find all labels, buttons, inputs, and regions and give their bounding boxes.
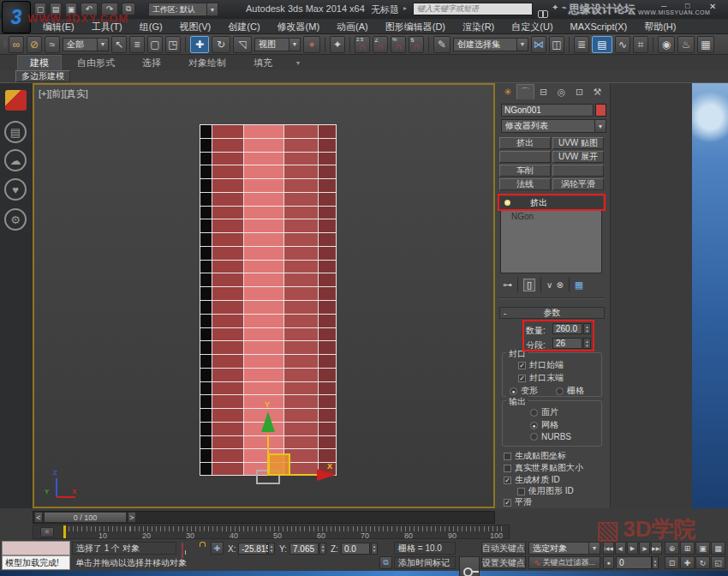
spinner-snap-icon[interactable]: ⇅∩ — [409, 36, 424, 53]
tab-selection[interactable]: 选择 — [130, 56, 173, 70]
tab-motion-icon[interactable]: ◎ — [552, 84, 570, 99]
key-filter-dropdown[interactable]: 选定对象 ▼ — [528, 542, 600, 555]
selection-filter-dropdown[interactable]: 全部 ▼ — [63, 38, 109, 51]
menu-create[interactable]: 创建(C) — [219, 19, 268, 34]
gizmo-y-arrow[interactable] — [261, 411, 275, 432]
add-time-tag[interactable]: 添加时间标记 — [394, 556, 456, 569]
auto-key-button[interactable]: 自动关键点 — [481, 542, 526, 555]
quick-empty-button[interactable] — [552, 165, 604, 177]
grid-radio[interactable]: 栅格 — [556, 385, 584, 397]
workspace-dropdown[interactable]: 工作区: 默认 ▼ — [148, 3, 218, 16]
stack-row-extrude[interactable]: 挤出 — [499, 196, 603, 209]
search-icon[interactable] — [538, 9, 548, 18]
morph-radio[interactable]: ●变形 — [510, 385, 538, 397]
use-pivot-center-icon[interactable]: ⌖ — [303, 36, 320, 53]
project-folder-icon[interactable]: ⧉ — [122, 3, 135, 15]
show-end-result-icon[interactable]: ▯ — [523, 279, 535, 291]
quick-lathe-button[interactable]: 车削 — [499, 165, 551, 177]
go-to-start-button[interactable]: |◀◀ — [603, 542, 614, 555]
align-icon[interactable]: ◫ — [549, 36, 564, 53]
save-file-icon[interactable]: ▣ — [65, 3, 77, 15]
select-and-link-icon[interactable]: ∞ — [9, 36, 24, 53]
quick-turbosmooth-button[interactable]: 涡轮平滑 — [552, 178, 604, 190]
gizmo-x-arrow[interactable] — [317, 469, 336, 481]
tab-display-icon[interactable]: ⊡ — [570, 84, 588, 99]
go-to-end-button[interactable]: ▶▶| — [651, 542, 662, 555]
unlink-selection-icon[interactable]: ⊘ — [27, 36, 42, 53]
quick-normal-button[interactable]: 法线 — [499, 178, 551, 190]
menu-graph-editors[interactable]: 图形编辑器(D) — [377, 19, 454, 34]
parameters-rollout-header[interactable]: - 参数 — [499, 307, 605, 319]
modifier-stack-list[interactable]: NGon — [500, 210, 602, 273]
keyboard-override-icon[interactable]: ✎ — [433, 36, 451, 53]
tab-modeling[interactable]: 建模 — [17, 55, 62, 70]
menu-rendering[interactable]: 渲染(R) — [454, 19, 503, 34]
search-expand-icon[interactable]: ▸ — [403, 4, 407, 12]
object-color-swatch[interactable] — [595, 104, 606, 117]
use-shape-checkbox[interactable]: 使用图形 ID — [517, 485, 574, 497]
maxscript-listener-macro[interactable] — [2, 541, 70, 555]
quick-uvwmap-button[interactable]: UVW 贴图 — [552, 137, 604, 149]
nurbs-radio[interactable]: NURBS — [530, 432, 571, 441]
transform-typein-toggle-icon[interactable]: ✚ — [211, 542, 224, 555]
menu-modifiers[interactable]: 修改器(M) — [269, 19, 329, 34]
menu-views[interactable]: 视图(V) — [171, 19, 220, 34]
tab-hierarchy-icon[interactable]: ⊟ — [534, 84, 552, 99]
document-icon[interactable]: ▤ — [4, 121, 27, 143]
heart-icon[interactable]: ♥ — [4, 178, 27, 201]
isolate-selection-icon[interactable] — [182, 543, 183, 559]
menu-maxscript[interactable]: MAXScript(X) — [562, 19, 636, 34]
bind-to-spacewarp-icon[interactable]: ≈ — [45, 36, 60, 53]
layer-manager-icon[interactable]: ≣ — [574, 36, 589, 53]
cap-end-checkbox[interactable]: ✓封口末端 — [518, 372, 564, 384]
menu-help[interactable]: 帮助(H) — [636, 19, 684, 34]
curve-editor-icon[interactable]: ∿ — [615, 36, 630, 53]
select-by-name-icon[interactable]: ≡ — [129, 36, 145, 53]
named-selection-sets-dropdown[interactable]: 创建选择集 ▼ — [453, 38, 528, 51]
make-unique-icon[interactable]: ∨ — [546, 280, 552, 290]
x-spinner[interactable]: ▴▾ — [268, 543, 275, 555]
zoom-region-icon[interactable]: ⊡ — [665, 556, 679, 569]
track-bar[interactable]: ⌗ 10 20 30 40 50 60 70 80 90 100 — [33, 525, 510, 539]
zoom-icon[interactable]: ⊕ — [665, 542, 679, 555]
frame-spinner[interactable]: ▴▾ — [652, 556, 659, 569]
menu-group[interactable]: 组(G) — [131, 19, 171, 34]
toolbar-drag-handle[interactable]: ⁞⁞ — [3, 40, 6, 49]
previous-frame-button[interactable]: < — [34, 512, 43, 523]
maximize-button[interactable]: □ — [685, 2, 689, 10]
viewport-label[interactable]: [+][前][真实] — [39, 87, 88, 100]
viewport-front[interactable]: [+][前][真实] Y X Z X Y — [33, 83, 495, 508]
new-file-icon[interactable]: ▢ — [34, 3, 46, 15]
select-and-scale-icon[interactable]: ◹ — [233, 36, 252, 53]
menu-animation[interactable]: 动画(A) — [328, 19, 377, 34]
select-and-manipulate-icon[interactable]: ✦ — [330, 36, 345, 53]
lightbulb-icon[interactable] — [504, 200, 510, 206]
real-world-checkbox[interactable]: 真实世界贴图大小 — [504, 462, 583, 474]
maxscript-listener-result[interactable]: 模型加载完成! — [2, 555, 70, 570]
schematic-view-icon[interactable]: ⌗ — [633, 36, 648, 53]
angle-snap-icon[interactable]: ∠∩ — [373, 36, 388, 53]
smooth-checkbox[interactable]: ✓平滑 — [504, 496, 532, 508]
menu-customize[interactable]: 自定义(U) — [503, 19, 561, 34]
tab-freeform[interactable]: 自由形式 — [65, 56, 127, 70]
current-frame-marker[interactable] — [63, 525, 66, 538]
select-and-move-icon[interactable]: ✚ — [190, 36, 209, 53]
zoom-extents-all-icon[interactable]: ▦ — [711, 542, 725, 555]
percent-snap-icon[interactable]: %∩ — [391, 36, 406, 53]
mirror-icon[interactable]: ⋈ — [531, 36, 546, 53]
remove-modifier-icon[interactable]: ⊗ — [556, 280, 563, 290]
zoom-all-icon[interactable]: ⊞ — [680, 542, 695, 555]
cloud-icon[interactable]: ☁ — [4, 149, 27, 171]
ribbon-toggle-icon[interactable]: ▤ — [592, 36, 612, 53]
menu-edit[interactable]: 编辑(E) — [34, 19, 83, 34]
gen-material-checkbox[interactable]: ✓生成材质 ID — [504, 474, 560, 486]
patch-radio[interactable]: 面片 — [530, 406, 558, 418]
object-name-field[interactable]: NGon001 — [501, 104, 594, 117]
previous-key-button[interactable]: ◀| — [615, 542, 626, 555]
rendered-frame-icon[interactable]: ▦ — [697, 36, 714, 53]
set-keys-button[interactable] — [459, 556, 480, 576]
time-tag-icon[interactable]: ⧉ — [379, 556, 392, 569]
tab-object-paint[interactable]: 对象绘制 — [176, 56, 238, 70]
y-coord-field[interactable]: 7.065 — [289, 543, 319, 555]
collapse-icon[interactable]: - — [504, 309, 506, 318]
